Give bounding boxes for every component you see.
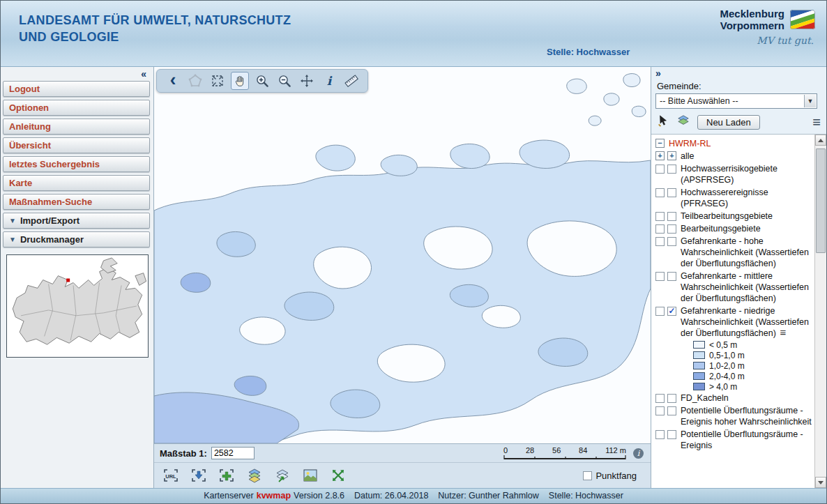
legend-swatch	[693, 341, 705, 349]
layer-query-checkbox[interactable]	[667, 406, 676, 415]
sidebar-item-letztes-suchergebnis[interactable]: letztes Suchergebnis	[3, 156, 150, 172]
pan-hand-icon[interactable]	[231, 72, 249, 90]
layer-label[interactable]: Hochwasserereignisse (PFRASEG)	[679, 187, 813, 209]
gemeinde-select[interactable]: -- Bitte Auswählen -- ▼	[655, 93, 817, 109]
layer-visibility-checkbox[interactable]	[655, 430, 665, 439]
chevron-down-icon: ▼	[9, 236, 16, 243]
layer-row: FD_Kacheln	[654, 392, 814, 404]
tree-alle-label[interactable]: alle	[679, 151, 813, 162]
map-canvas[interactable]: ‹ i	[154, 67, 651, 443]
scroll-down-button[interactable]	[815, 477, 826, 488]
sidebar-collapse-icon[interactable]: «	[1, 67, 153, 79]
layer-visibility-checkbox[interactable]	[655, 165, 665, 174]
layer-menu-icon[interactable]: ≡	[778, 326, 786, 338]
image-export-icon[interactable]	[301, 466, 320, 484]
legend-swatch	[693, 372, 705, 380]
layers-icon[interactable]	[676, 114, 690, 130]
layer-query-checkbox[interactable]	[667, 212, 676, 221]
layer-label[interactable]: Gefahrenkarte - mittlere Wahrscheinlichk…	[679, 270, 813, 304]
layer-label[interactable]: Gefahrenkarte - hohe Wahrscheinlichkeit …	[679, 236, 813, 269]
fit-window-icon[interactable]	[328, 466, 348, 484]
layer-visibility-checkbox[interactable]	[655, 394, 665, 403]
legend-item: > 4,0 m	[654, 381, 814, 392]
layer-visibility-checkbox[interactable]	[655, 272, 665, 281]
info-tool-icon[interactable]: i	[320, 72, 338, 90]
layer-query-checkbox[interactable]	[667, 188, 676, 197]
legend-swatch	[693, 362, 705, 369]
layer-row: Gefahrenkarte - hohe Wahrscheinlichkeit …	[654, 235, 814, 270]
app-name: kvwmap	[257, 491, 291, 501]
status-bar: KartenserverkvwmapVersion 2.8.6Datum: 26…	[1, 488, 826, 503]
scrollbar-thumb[interactable]	[816, 148, 826, 253]
layer-row: Potentielle Überflutungsräume - Ereignis…	[654, 404, 814, 428]
back-chevron-icon[interactable]: ‹	[164, 72, 182, 90]
punktfang-control: Punktfang	[583, 471, 637, 481]
footer-date: Datum: 26.04.2018	[354, 491, 428, 501]
sidebar-item-anleitung[interactable]: Anleitung	[3, 119, 150, 135]
save-extent-icon[interactable]	[189, 466, 208, 484]
layer-query-checkbox[interactable]	[667, 224, 676, 234]
zoom-full-extent-icon[interactable]	[208, 72, 227, 90]
recenter-icon[interactable]	[298, 72, 316, 90]
sidebar-item-karte[interactable]: Karte	[3, 175, 150, 191]
legend-item: < 0,5 m	[654, 339, 814, 350]
chevron-down-icon: ▼	[9, 217, 16, 224]
layer-label[interactable]: Gefahrenkarte - niedrige Wahrscheinlichk…	[681, 306, 809, 338]
overview-map[interactable]	[6, 254, 149, 358]
layer-label[interactable]: Potentielle Überflutungsräume - Ereignis	[679, 429, 813, 451]
legend-swatch	[693, 383, 705, 390]
zoom-in-icon[interactable]	[253, 72, 271, 90]
layer-label[interactable]: FD_Kacheln	[679, 392, 813, 404]
layer-label[interactable]: Bearbeitungsgebiete	[679, 223, 813, 234]
punktfang-checkbox[interactable]	[583, 471, 592, 480]
sidebar-item-uebersicht[interactable]: Übersicht	[3, 137, 150, 153]
polygon-select-icon[interactable]	[186, 72, 204, 90]
layer-row: Bearbeitungsgebiete	[654, 222, 814, 235]
scalebar-info-icon[interactable]: i	[633, 448, 644, 459]
url-icon[interactable]: URL	[161, 466, 181, 484]
layer-visibility-checkbox[interactable]	[655, 224, 665, 234]
check-all-query-icon[interactable]: +	[667, 151, 676, 160]
scalebar: 0 28 56 84 112 m i	[503, 447, 644, 460]
layer-visibility-checkbox[interactable]	[655, 212, 665, 221]
layer-query-checkbox[interactable]	[667, 237, 676, 246]
layers-export-icon[interactable]	[273, 466, 292, 484]
layer-tree-wrap: − HWRM-RL + + alle Hochwasserrisikogebie…	[651, 135, 826, 488]
footer-version: Version 2.8.6	[294, 491, 344, 501]
collapse-expander-icon[interactable]: −	[655, 139, 665, 148]
layer-row-active: Gefahrenkarte - niedrige Wahrscheinlichk…	[654, 305, 814, 339]
brand-name-line-2: Vorpommern	[720, 20, 784, 31]
sidebar-item-optionen[interactable]: Optionen	[3, 100, 150, 116]
add-extent-icon[interactable]	[217, 466, 236, 484]
zoom-out-icon[interactable]	[275, 72, 294, 90]
layer-visibility-checkbox[interactable]	[655, 406, 665, 415]
layer-query-checkbox[interactable]	[667, 394, 676, 403]
layer-query-checkbox[interactable]	[667, 272, 676, 281]
sidebar-item-druckmanager[interactable]: ▼ Druckmanager	[3, 231, 150, 247]
layers-diamond-icon[interactable]	[245, 466, 264, 484]
scroll-up-button[interactable]	[815, 135, 826, 146]
layer-label[interactable]: Teilbearbeitungsgebiete	[679, 211, 813, 222]
layer-visibility-checkbox[interactable]	[655, 237, 665, 246]
identify-icon[interactable]	[657, 114, 669, 130]
legend-label: > 4,0 m	[709, 382, 737, 392]
tree-root-label[interactable]: HWRM-RL	[667, 138, 813, 149]
sidebar-item-massnahmen-suche[interactable]: Maßnahmen-Suche	[3, 194, 150, 210]
layer-visibility-checkbox[interactable]	[655, 188, 665, 197]
sidebar-item-logout[interactable]: Logout	[3, 81, 150, 97]
measure-icon[interactable]	[342, 72, 361, 90]
neu-laden-button[interactable]: Neu Laden	[697, 115, 760, 130]
layer-label[interactable]: Potentielle Überflutungsräume - Ereignis…	[679, 405, 813, 427]
panel-expand-icon[interactable]: »	[655, 68, 822, 79]
sidebar-item-import-export[interactable]: ▼ Import/Export	[3, 213, 150, 229]
layer-query-checkbox[interactable]	[667, 307, 676, 316]
layer-query-checkbox[interactable]	[667, 430, 676, 439]
layer-query-checkbox[interactable]	[667, 165, 676, 174]
layer-row: Teilbearbeitungsgebiete	[654, 210, 814, 222]
layer-label[interactable]: Hochwasserrisikogebiete (APSFRSEG)	[679, 163, 813, 185]
check-all-icon[interactable]: +	[655, 151, 665, 160]
panel-menu-icon[interactable]: ≡	[812, 116, 821, 128]
scale-input[interactable]	[211, 447, 255, 459]
panel-scrollbar[interactable]	[814, 135, 826, 488]
layer-visibility-checkbox[interactable]	[655, 307, 665, 316]
